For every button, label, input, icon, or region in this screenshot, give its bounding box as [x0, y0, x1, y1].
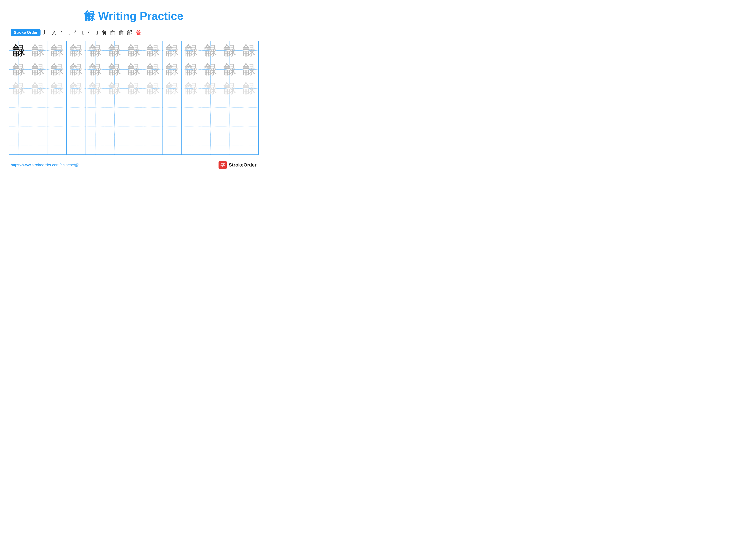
table-row — [9, 136, 258, 155]
table-cell[interactable] — [182, 98, 201, 117]
table-cell: 龣 — [9, 41, 28, 60]
table-cell[interactable] — [124, 136, 143, 155]
table-cell: 龣 — [239, 79, 258, 98]
table-cell: 龣 — [47, 60, 67, 79]
table-cell: 龣 — [124, 79, 143, 98]
table-cell: 龣 — [239, 41, 258, 60]
page-title: 龣 Writing Practice — [9, 9, 258, 24]
table-cell: 龣 — [28, 60, 47, 79]
table-cell: 龣 — [86, 60, 105, 79]
table-cell: 龣 — [124, 60, 143, 79]
table-cell: 龣 — [67, 41, 86, 60]
table-cell[interactable] — [9, 98, 28, 117]
table-cell: 龣 — [67, 79, 86, 98]
table-row: 龣 龣 龣 龣 龣 龣 龣 龣 龣 龣 龣 龣 龣 — [9, 60, 258, 79]
table-cell[interactable] — [162, 117, 182, 136]
practice-grid: 龣 龣 龣 龣 龣 龣 龣 龣 龣 龣 龣 龣 龣 龣 龣 龣 龣 龣 龣 龣 … — [9, 41, 258, 155]
table-cell[interactable] — [105, 117, 124, 136]
stroke-chars: 丿 入 𠂉 𠂇 𠂉 𠃊 𠂉 𠃊 俞 俞 俞 龣 龣 — [43, 29, 141, 37]
table-cell[interactable] — [201, 117, 220, 136]
table-cell: 龣 — [182, 41, 201, 60]
stroke-order-badge: Stroke Order — [11, 29, 40, 36]
table-cell: 龣 — [220, 60, 239, 79]
table-cell: 龣 — [47, 41, 67, 60]
table-cell[interactable] — [9, 136, 28, 155]
table-cell: 龣 — [201, 41, 220, 60]
table-cell[interactable] — [201, 98, 220, 117]
table-cell: 龣 — [162, 41, 182, 60]
table-cell: 龣 — [162, 79, 182, 98]
table-cell[interactable] — [67, 98, 86, 117]
table-cell: 龣 — [105, 79, 124, 98]
table-row: 龣 龣 龣 龣 龣 龣 龣 龣 龣 龣 龣 龣 龣 — [9, 79, 258, 98]
table-cell: 龣 — [220, 79, 239, 98]
table-cell: 龣 — [28, 79, 47, 98]
table-cell: 龣 — [67, 60, 86, 79]
table-row — [9, 117, 258, 136]
table-cell[interactable] — [28, 136, 47, 155]
table-cell[interactable] — [220, 98, 239, 117]
table-cell[interactable] — [182, 117, 201, 136]
table-cell[interactable] — [28, 98, 47, 117]
table-cell[interactable] — [124, 117, 143, 136]
table-cell: 龣 — [220, 41, 239, 60]
table-cell[interactable] — [239, 117, 258, 136]
table-cell: 龣 — [182, 79, 201, 98]
table-cell[interactable] — [67, 136, 86, 155]
table-cell: 龣 — [105, 41, 124, 60]
table-row — [9, 98, 258, 117]
table-cell: 龣 — [86, 41, 105, 60]
table-cell: 龣 — [9, 60, 28, 79]
table-cell: 龣 — [201, 79, 220, 98]
table-cell[interactable] — [105, 98, 124, 117]
table-cell: 龣 — [143, 41, 162, 60]
table-cell: 龣 — [124, 41, 143, 60]
table-cell: 龣 — [143, 60, 162, 79]
table-cell[interactable] — [220, 136, 239, 155]
table-cell[interactable] — [143, 117, 162, 136]
logo-icon: 字 — [219, 161, 227, 169]
table-cell[interactable] — [9, 117, 28, 136]
table-cell[interactable] — [47, 117, 67, 136]
table-cell: 龣 — [143, 79, 162, 98]
footer: https://www.strokeorder.com/chinese/龣 字 … — [9, 161, 258, 169]
table-cell[interactable] — [182, 136, 201, 155]
table-cell: 龣 — [201, 60, 220, 79]
table-cell: 龣 — [105, 60, 124, 79]
table-cell[interactable] — [143, 98, 162, 117]
table-cell[interactable] — [162, 136, 182, 155]
table-cell[interactable] — [86, 98, 105, 117]
footer-logo: 字 StrokeOrder — [219, 161, 256, 169]
table-cell[interactable] — [143, 136, 162, 155]
table-cell: 龣 — [47, 79, 67, 98]
table-cell: 龣 — [162, 60, 182, 79]
table-cell[interactable] — [105, 136, 124, 155]
table-cell[interactable] — [201, 136, 220, 155]
table-cell[interactable] — [47, 98, 67, 117]
footer-url[interactable]: https://www.strokeorder.com/chinese/龣 — [11, 163, 79, 167]
table-cell[interactable] — [239, 98, 258, 117]
table-cell[interactable] — [86, 136, 105, 155]
table-cell: 龣 — [28, 41, 47, 60]
stroke-order-row: Stroke Order 丿 入 𠂉 𠂇 𠂉 𠃊 𠂉 𠃊 俞 俞 俞 龣 龣 — [9, 29, 258, 37]
table-cell[interactable] — [67, 117, 86, 136]
logo-text: StrokeOrder — [229, 162, 256, 168]
table-cell: 龣 — [182, 60, 201, 79]
table-cell[interactable] — [47, 136, 67, 155]
table-row: 龣 龣 龣 龣 龣 龣 龣 龣 龣 龣 龣 龣 龣 — [9, 41, 258, 60]
table-cell[interactable] — [220, 117, 239, 136]
table-cell[interactable] — [86, 117, 105, 136]
table-cell[interactable] — [239, 136, 258, 155]
table-cell: 龣 — [239, 60, 258, 79]
table-cell[interactable] — [124, 98, 143, 117]
table-cell[interactable] — [28, 117, 47, 136]
table-cell: 龣 — [86, 79, 105, 98]
table-cell[interactable] — [162, 98, 182, 117]
table-cell: 龣 — [9, 79, 28, 98]
